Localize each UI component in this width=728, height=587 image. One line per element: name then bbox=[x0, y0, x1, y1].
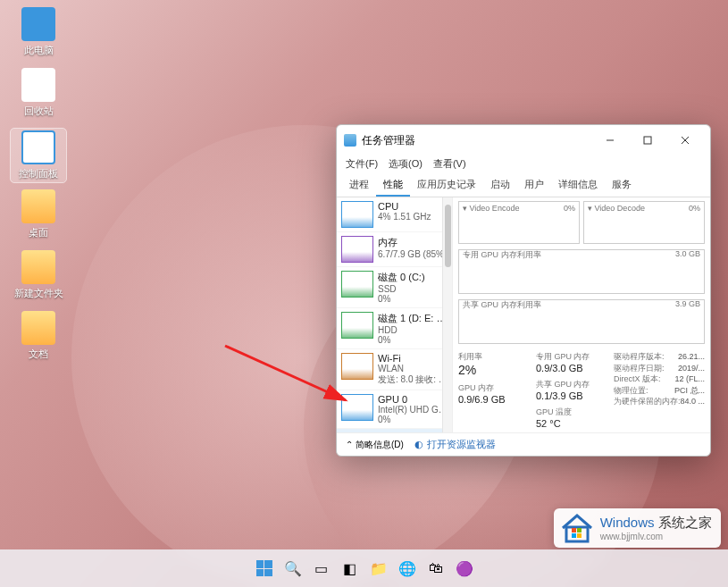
resource-item-CPU[interactable]: CPU4% 1.51 GHz bbox=[337, 197, 452, 232]
menu-item[interactable]: 文件(F) bbox=[346, 157, 378, 171]
resource-thumb bbox=[341, 312, 373, 339]
graph-video-encode: ▾ Video Encode 0% bbox=[458, 201, 580, 244]
graph-shared-gpu: 共享 GPU 内存利用率 3.9 GB bbox=[458, 299, 705, 344]
desktop-icon-3[interactable]: 桌面 bbox=[11, 189, 66, 239]
menu-item[interactable]: 选项(O) bbox=[389, 157, 423, 171]
resource-item-内存[interactable]: 内存6.7/7.9 GB (85%) bbox=[337, 232, 452, 267]
close-button[interactable] bbox=[667, 130, 703, 150]
tab-启动[interactable]: 启动 bbox=[483, 174, 517, 197]
chevron-down-icon[interactable]: ▾ Video Encode bbox=[463, 204, 519, 213]
folder-icon bbox=[21, 189, 55, 223]
app-icon bbox=[344, 134, 356, 147]
svg-rect-1 bbox=[644, 137, 651, 144]
widgets-icon[interactable]: ◧ bbox=[339, 557, 362, 580]
resource-item-磁盘 1 (D: E: F:)[interactable]: 磁盘 1 (D: E: F:)HDD0% bbox=[337, 308, 452, 349]
performance-pane: ▾ Video Encode 0% ▾ Video Decode 0% 专用 G… bbox=[453, 197, 710, 432]
desktop-icon-4[interactable]: 新建文件夹 bbox=[11, 250, 66, 300]
minimize-button[interactable] bbox=[592, 130, 628, 150]
edge-icon[interactable]: 🌐 bbox=[396, 557, 419, 580]
resource-list: CPU4% 1.51 GHz内存6.7/7.9 GB (85%)磁盘 0 (C:… bbox=[337, 197, 453, 432]
task-view-icon[interactable]: ▭ bbox=[310, 557, 333, 580]
menu-item[interactable]: 查看(V) bbox=[433, 157, 466, 171]
resource-item-GPU 1[interactable]: GPU 1NVIDIA GeForce...2% (52 °C) bbox=[337, 429, 452, 432]
window-title: 任务管理器 bbox=[362, 133, 592, 148]
resource-item-磁盘 0 (C:)[interactable]: 磁盘 0 (C:)SSD0% bbox=[337, 267, 452, 308]
desktop-icon-2[interactable]: 控制面板 bbox=[11, 129, 66, 182]
menu-bar: 文件(F)选项(O)查看(V) bbox=[337, 155, 710, 174]
dedicated-label: 专用 GPU 内存 bbox=[536, 351, 607, 363]
footer-bar: ⌃ 简略信息(D) ◐ 打开资源监视器 bbox=[337, 432, 710, 456]
folder-icon bbox=[21, 311, 55, 345]
open-resource-monitor-link[interactable]: ◐ 打开资源监视器 bbox=[414, 438, 496, 451]
watermark-brand: Windows bbox=[600, 515, 655, 530]
folder-icon bbox=[21, 250, 55, 284]
folder-icon bbox=[21, 7, 55, 41]
start-button[interactable] bbox=[253, 557, 276, 580]
desktop-icon-0[interactable]: 此电脑 bbox=[11, 7, 66, 57]
resource-thumb bbox=[341, 236, 373, 263]
app-icon[interactable]: 🟣 bbox=[453, 557, 476, 580]
dedicated-value: 0.9/3.0 GB bbox=[536, 363, 607, 373]
scrollbar[interactable] bbox=[442, 197, 453, 432]
house-icon bbox=[559, 512, 595, 544]
desktop-icon-1[interactable]: 回收站 bbox=[11, 68, 66, 118]
search-icon[interactable]: 🔍 bbox=[281, 557, 305, 580]
util-label: 利用率 bbox=[458, 351, 529, 363]
folder-icon bbox=[21, 130, 55, 164]
graph-video-decode: ▾ Video Decode 0% bbox=[583, 201, 705, 244]
gpumem-value: 0.9/6.9 GB bbox=[458, 394, 529, 405]
shared-value: 0.1/3.9 GB bbox=[536, 390, 607, 401]
resource-thumb bbox=[341, 353, 373, 380]
gpu-properties: 驱动程序版本:26.21...驱动程序日期:2019/...DirectX 版本… bbox=[614, 351, 705, 429]
taskbar[interactable]: 🔍 ▭ ◧ 📁 🌐 🛍 🟣 bbox=[0, 549, 728, 587]
watermark: Windows 系统之家 www.bjjmlv.com bbox=[554, 508, 721, 548]
tab-服务[interactable]: 服务 bbox=[605, 174, 639, 197]
resource-item-Wi-Fi[interactable]: Wi-FiWLAN发送: 8.0 接收: 0 Kl bbox=[337, 349, 452, 390]
temp-value: 52 °C bbox=[536, 418, 607, 429]
gpumem-label: GPU 内存 bbox=[458, 382, 529, 394]
resource-item-GPU 0[interactable]: GPU 0Intel(R) UHD Gra...0% bbox=[337, 390, 452, 429]
resource-thumb bbox=[341, 271, 373, 298]
chevron-up-icon: ⌃ bbox=[346, 440, 353, 449]
desktop-icon-5[interactable]: 文档 bbox=[11, 311, 66, 361]
explorer-icon[interactable]: 📁 bbox=[367, 557, 390, 580]
tab-详细信息[interactable]: 详细信息 bbox=[551, 174, 605, 197]
temp-label: GPU 温度 bbox=[536, 407, 607, 418]
util-value: 2% bbox=[458, 363, 529, 377]
maximize-button[interactable] bbox=[630, 130, 665, 150]
store-icon[interactable]: 🛍 bbox=[424, 557, 448, 580]
graph-dedicated-gpu: 专用 GPU 内存利用率 3.0 GB bbox=[458, 249, 705, 294]
task-manager-window: 任务管理器 文件(F)选项(O)查看(V) 进程性能应用历史记录启动用户详细信息… bbox=[336, 124, 711, 457]
svg-rect-9 bbox=[577, 533, 582, 538]
tab-bar: 进程性能应用历史记录启动用户详细信息服务 bbox=[337, 174, 710, 197]
svg-rect-8 bbox=[572, 533, 576, 538]
svg-rect-7 bbox=[577, 528, 582, 532]
brief-toggle[interactable]: ⌃ 简略信息(D) bbox=[346, 439, 404, 451]
svg-rect-6 bbox=[572, 528, 576, 532]
resource-thumb bbox=[341, 201, 373, 228]
chevron-down-icon[interactable]: ▾ Video Decode bbox=[588, 204, 645, 213]
tab-应用历史记录[interactable]: 应用历史记录 bbox=[410, 174, 483, 197]
shared-label: 共享 GPU 内存 bbox=[536, 379, 607, 390]
resource-monitor-icon: ◐ bbox=[414, 439, 423, 450]
folder-icon bbox=[21, 68, 55, 102]
resource-thumb bbox=[341, 394, 373, 421]
titlebar[interactable]: 任务管理器 bbox=[337, 125, 710, 155]
tab-性能[interactable]: 性能 bbox=[376, 174, 410, 197]
tab-进程[interactable]: 进程 bbox=[342, 174, 376, 197]
watermark-url: www.bjjmlv.com bbox=[600, 532, 712, 541]
tab-用户[interactable]: 用户 bbox=[517, 174, 551, 197]
